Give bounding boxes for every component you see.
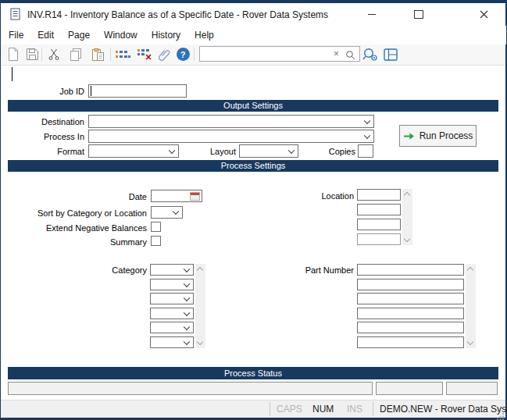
save-icon	[27, 48, 38, 60]
section-header-process: Process Settings	[8, 160, 498, 172]
destination-select[interactable]	[88, 115, 374, 128]
calendar-icon[interactable]	[190, 192, 200, 201]
copy-button[interactable]	[66, 45, 85, 63]
attachment-button[interactable]	[155, 45, 173, 63]
format-select[interactable]	[88, 144, 179, 158]
category-select[interactable]	[150, 308, 194, 319]
category-select[interactable]	[150, 293, 194, 304]
location-input[interactable]	[357, 204, 401, 215]
search-icon[interactable]	[345, 49, 355, 63]
job-id-label: Job ID	[0, 87, 84, 96]
preview-icon	[362, 48, 378, 62]
extend-negative-balances-checkbox[interactable]	[151, 222, 161, 232]
location-input[interactable]	[357, 189, 401, 201]
location-input[interactable]	[357, 233, 401, 245]
part-number-input[interactable]	[357, 322, 464, 333]
run-process-button[interactable]: Run Process	[399, 125, 477, 147]
window-title: INV.R14 - Inventory Balance as of a Spec…	[27, 9, 328, 20]
maximize-icon	[414, 10, 423, 19]
search-clear-icon[interactable]: ×	[334, 48, 339, 59]
delete-rows-button[interactable]	[135, 45, 154, 63]
summary-checkbox[interactable]	[151, 236, 161, 246]
process-in-select[interactable]	[88, 130, 374, 143]
part-number-input[interactable]	[357, 264, 464, 276]
cut-button[interactable]	[45, 45, 63, 63]
category-select[interactable]	[150, 336, 194, 348]
scroll-up-icon	[467, 267, 473, 273]
copies-label: Copies	[287, 147, 355, 156]
help-button[interactable]: ?	[173, 45, 192, 63]
app-window: INV.R14 - Inventory Balance as of a Spec…	[0, 0, 507, 420]
summary-label: Summary	[8, 237, 147, 247]
menu-item-edit[interactable]: Edit	[30, 27, 61, 43]
sort-by-select[interactable]	[151, 206, 183, 219]
location-label: Location	[273, 191, 354, 201]
statusbar: CAPS NUM INS DEMO.NEW - Rover Data Syste…	[1, 400, 505, 418]
menu-item-window[interactable]: Window	[97, 27, 145, 43]
save-button[interactable]	[23, 45, 41, 63]
chevron-down-icon	[364, 117, 370, 123]
resize-grip[interactable]	[497, 409, 505, 420]
category-scrollbar[interactable]	[195, 264, 205, 348]
menu-item-history[interactable]: History	[145, 27, 187, 43]
chevron-down-icon	[364, 132, 370, 138]
document-icon	[10, 8, 20, 23]
category-select[interactable]	[150, 322, 194, 333]
search-input[interactable]	[202, 48, 330, 62]
split-view-button[interactable]	[381, 45, 400, 63]
job-id-input[interactable]	[88, 84, 187, 98]
preview-button[interactable]	[361, 45, 380, 63]
location-scrollbar[interactable]	[402, 189, 412, 245]
statusbar-context: DEMO.NEW - Rover Data Systems	[380, 404, 507, 415]
new-document-icon	[8, 48, 19, 61]
toolbar-separator	[110, 48, 111, 61]
category-select[interactable]	[150, 279, 194, 290]
scroll-down-icon	[404, 236, 410, 242]
ins-indicator: INS	[347, 404, 362, 415]
menubar: File Edit Page Window History Help	[1, 26, 506, 44]
chevron-down-icon	[173, 208, 179, 214]
chevron-down-icon	[184, 265, 190, 272]
minimize-icon	[368, 14, 376, 15]
minimize-button[interactable]	[354, 3, 390, 26]
cut-icon	[48, 48, 59, 60]
maximize-button[interactable]	[401, 3, 437, 26]
job-id-caret	[91, 86, 91, 96]
process-status-field-3	[446, 382, 498, 395]
new-button[interactable]	[4, 45, 23, 63]
menu-item-help[interactable]: Help	[187, 27, 221, 43]
add-rows-button[interactable]	[113, 45, 132, 63]
toolbar-separator	[41, 48, 42, 61]
statusbar-separator	[373, 402, 373, 416]
menu-item-page[interactable]: Page	[61, 27, 97, 43]
run-process-label: Run Process	[420, 130, 473, 141]
part-number-input[interactable]	[357, 279, 464, 290]
category-select[interactable]	[150, 264, 194, 276]
location-input[interactable]	[357, 219, 401, 230]
part-number-scrollbar[interactable]	[466, 264, 476, 348]
delete-rows-icon	[137, 48, 152, 60]
part-number-input[interactable]	[357, 293, 464, 304]
copy-icon	[70, 48, 81, 61]
chevron-down-icon	[184, 338, 190, 344]
scroll-up-icon	[404, 192, 410, 198]
paste-icon	[92, 48, 104, 61]
part-number-label: Part Number	[273, 265, 354, 275]
section-header-output: Output Settings	[8, 100, 498, 112]
scroll-down-icon	[467, 339, 473, 345]
close-button[interactable]	[466, 3, 502, 26]
extend-negative-balances-label: Extend Negative Balances	[8, 223, 147, 233]
part-number-input[interactable]	[357, 336, 464, 348]
caps-indicator: CAPS	[277, 404, 302, 415]
num-indicator: NUM	[312, 404, 334, 415]
copies-input[interactable]	[358, 144, 373, 158]
attachment-icon	[159, 48, 170, 61]
menu-item-file[interactable]: File	[2, 27, 30, 43]
part-number-input[interactable]	[357, 308, 464, 319]
date-input[interactable]	[151, 190, 202, 202]
paste-button[interactable]	[88, 45, 107, 63]
process-in-label: Process In	[0, 132, 84, 141]
search-box: ×	[199, 46, 360, 62]
layout-label: Layout	[172, 147, 236, 156]
destination-label: Destination	[0, 117, 84, 126]
